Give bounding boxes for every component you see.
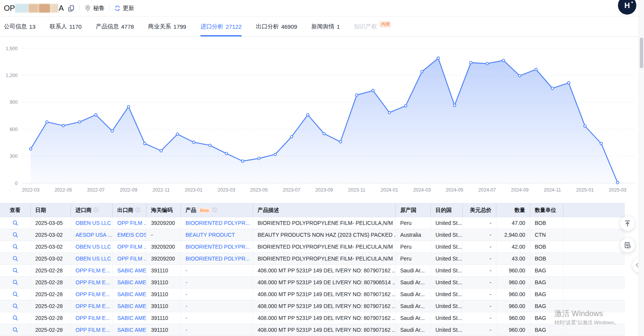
- view-detail-button[interactable]: [12, 303, 18, 309]
- cell-importer[interactable]: OPP FILM E...: [71, 277, 113, 288]
- cell-importer[interactable]: OPP FILM E...: [71, 312, 113, 324]
- data-point[interactable]: [46, 121, 48, 123]
- data-point[interactable]: [421, 70, 423, 73]
- info-icon[interactable]: ⓘ: [94, 207, 99, 214]
- cell-product[interactable]: -: [181, 324, 253, 336]
- data-point[interactable]: [388, 111, 391, 114]
- data-point[interactable]: [143, 142, 146, 145]
- cell-product[interactable]: BIOORIENTED POLYPR...: [181, 241, 253, 252]
- cell-exporter[interactable]: SABIC AME...: [113, 265, 146, 276]
- cell-importer[interactable]: OBEN US LLC: [71, 253, 113, 264]
- tab-contacts[interactable]: 联系人1170: [50, 17, 82, 36]
- cell-exporter[interactable]: SABIC AME...: [113, 324, 146, 336]
- tab-import-analysis[interactable]: 进口分析27122: [200, 17, 242, 36]
- view-detail-button[interactable]: [12, 244, 18, 250]
- data-point[interactable]: [470, 61, 472, 64]
- data-point[interactable]: [290, 136, 293, 138]
- data-point[interactable]: [453, 104, 456, 107]
- data-point[interactable]: [274, 153, 277, 156]
- cell-importer[interactable]: OPP FILM E...: [71, 324, 113, 336]
- cell-product[interactable]: -: [181, 277, 253, 288]
- cell-quantity: 960.00: [496, 277, 530, 288]
- cell-importer[interactable]: OPP FILM E...: [71, 288, 113, 300]
- view-detail-button[interactable]: [12, 220, 18, 226]
- scrollbar-track[interactable]: [639, 0, 644, 336]
- cell-product[interactable]: BIOORIENTED POLYPR...: [181, 217, 253, 229]
- data-point[interactable]: [225, 152, 228, 155]
- data-point[interactable]: [584, 125, 586, 128]
- data-point[interactable]: [78, 121, 81, 123]
- data-point[interactable]: [209, 144, 212, 147]
- cell-product[interactable]: BIOORIENTED POLYPR...: [181, 253, 253, 264]
- data-point[interactable]: [437, 57, 440, 60]
- cell-quantity: 960.00: [496, 265, 530, 276]
- tab-export-analysis[interactable]: 出口分析46909: [256, 17, 297, 36]
- cell-exporter[interactable]: SABIC AME...: [113, 288, 146, 300]
- magnifier-icon: [12, 315, 18, 321]
- data-point[interactable]: [323, 133, 325, 135]
- data-point[interactable]: [486, 62, 489, 65]
- data-point[interactable]: [567, 82, 570, 84]
- data-point[interactable]: [519, 74, 521, 77]
- info-icon[interactable]: ⓘ: [135, 207, 140, 214]
- report-button[interactable]: [620, 238, 635, 252]
- view-detail-button[interactable]: [12, 279, 18, 285]
- data-point[interactable]: [160, 149, 163, 152]
- cell-product[interactable]: -: [181, 265, 253, 276]
- data-point[interactable]: [372, 89, 375, 92]
- scrollbar-thumb[interactable]: [640, 38, 643, 68]
- view-detail-button[interactable]: [12, 256, 18, 262]
- cell-exporter[interactable]: SABIC AME...: [113, 312, 146, 324]
- cell-product[interactable]: -: [181, 312, 253, 324]
- data-point[interactable]: [551, 87, 554, 90]
- copy-icon[interactable]: [67, 5, 75, 12]
- view-detail-button[interactable]: [12, 291, 18, 297]
- tab-business-relations[interactable]: 商业关系1799: [148, 17, 186, 36]
- view-detail-button[interactable]: [12, 315, 18, 321]
- cell-exporter[interactable]: EMEIS COS...: [113, 229, 146, 241]
- col-header-hs_code: 海关编码: [146, 203, 181, 217]
- cell-product[interactable]: -: [181, 288, 253, 300]
- cell-importer[interactable]: OBEN US LLC: [71, 217, 113, 229]
- data-point[interactable]: [127, 105, 130, 108]
- cell-exporter[interactable]: SABIC AME...: [113, 300, 146, 312]
- cell-product[interactable]: BEAUTY PRODUCT: [181, 229, 253, 241]
- data-point[interactable]: [242, 160, 244, 162]
- cell-exporter[interactable]: OPP FILM ...: [113, 217, 146, 229]
- cell-exporter[interactable]: OPP FILM ...: [113, 241, 146, 252]
- data-point[interactable]: [258, 157, 260, 160]
- brand-logo[interactable]: H: [618, 0, 636, 15]
- table-row: 2025-02-28OPP FILM E...SABIC AME...39111…: [0, 265, 625, 277]
- tab-company-info[interactable]: 公司信息13: [4, 17, 36, 36]
- view-detail-button[interactable]: [12, 327, 18, 333]
- data-point[interactable]: [62, 125, 65, 127]
- data-point[interactable]: [404, 105, 407, 107]
- tab-news[interactable]: 新闻舆情1: [311, 17, 340, 36]
- back-to-top-button[interactable]: [620, 216, 635, 231]
- view-detail-button[interactable]: [12, 232, 18, 238]
- data-point[interactable]: [339, 141, 342, 143]
- update-button[interactable]: 更新: [114, 5, 134, 12]
- table-row: 2025-02-28OPP FILM E...SABIC AME...39111…: [0, 324, 625, 336]
- data-point[interactable]: [111, 130, 113, 133]
- data-point[interactable]: [95, 113, 97, 116]
- data-point[interactable]: [192, 141, 195, 144]
- info-icon[interactable]: ⓘ: [212, 207, 217, 214]
- data-point[interactable]: [600, 142, 603, 145]
- data-point[interactable]: [535, 68, 537, 71]
- cell-product[interactable]: -: [181, 300, 253, 312]
- cell-importer[interactable]: AESOP USA ...: [71, 229, 113, 241]
- cell-exporter[interactable]: SABIC AME...: [113, 277, 146, 288]
- data-point[interactable]: [30, 148, 32, 151]
- tab-product-info[interactable]: 产品信息4778: [96, 17, 134, 36]
- cell-importer[interactable]: OPP FILM E...: [71, 265, 113, 276]
- cell-importer[interactable]: OPP FILM E...: [71, 300, 113, 312]
- data-point[interactable]: [355, 94, 358, 97]
- cell-exporter[interactable]: OPP FILM ...: [113, 253, 146, 264]
- tab-intellectual-property[interactable]: 知识产权内测: [354, 17, 391, 36]
- data-point[interactable]: [502, 59, 505, 62]
- view-detail-button[interactable]: [12, 267, 18, 274]
- data-point[interactable]: [307, 113, 309, 116]
- cell-importer[interactable]: OBEN US LLC: [71, 241, 113, 252]
- data-point[interactable]: [176, 133, 179, 136]
